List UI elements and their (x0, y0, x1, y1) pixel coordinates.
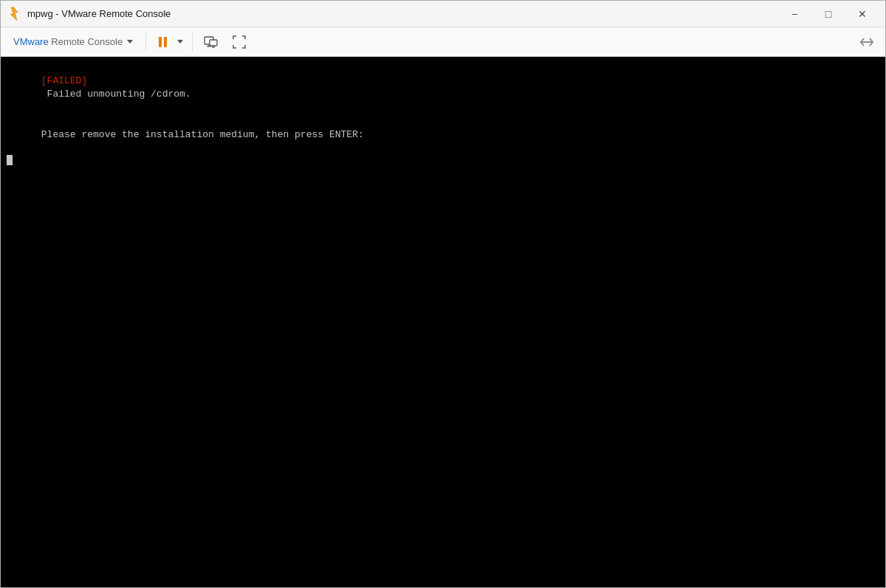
fullscreen-button[interactable] (227, 32, 252, 52)
pause-dropdown-button[interactable] (173, 32, 186, 52)
send-cad-icon (204, 35, 219, 49)
window-controls: − □ ✕ (777, 3, 879, 25)
title-bar: mpwg - VMware Remote Console − □ ✕ (1, 1, 885, 27)
failed-message: Failed unmounting /cdrom. (41, 89, 191, 100)
pause-group (152, 32, 186, 52)
fullscreen-icon (233, 35, 246, 49)
vmware-label-part2: Remote Console (51, 36, 123, 47)
toolbar-right (854, 32, 879, 52)
maximize-button[interactable]: □ (811, 3, 845, 25)
send-cad-button[interactable] (199, 32, 224, 52)
terminal-line-2: Please remove the installation medium, t… (7, 115, 879, 156)
pause-dropdown-arrow-icon (177, 40, 183, 44)
vmware-menu-label: VMware Remote Console (13, 36, 123, 47)
window-title: mpwg - VMware Remote Console (27, 8, 171, 19)
svg-rect-4 (210, 40, 217, 46)
vmware-remote-console-window: mpwg - VMware Remote Console − □ ✕ VMwar… (0, 0, 886, 588)
close-button[interactable]: ✕ (845, 3, 879, 25)
pause-bar-left (159, 37, 162, 47)
toolbar: VMware Remote Console (1, 27, 885, 57)
pause-bar-right (164, 37, 167, 47)
vmware-app-icon (7, 7, 21, 21)
failed-badge: [FAILED] (41, 75, 87, 86)
terminal-cursor (7, 155, 13, 165)
title-bar-left: mpwg - VMware Remote Console (7, 7, 171, 21)
toolbar-separator-1 (145, 33, 146, 51)
pause-icon (159, 37, 167, 47)
menu-dropdown-arrow-icon (127, 40, 133, 44)
svg-marker-0 (10, 7, 18, 21)
toolbar-left: VMware Remote Console (7, 32, 252, 52)
terminal-screen[interactable]: [FAILED] Failed unmounting /cdrom. Pleas… (1, 57, 885, 587)
minimize-button[interactable]: − (777, 3, 811, 25)
arrows-icon (859, 35, 874, 49)
terminal-cursor-line (7, 155, 879, 165)
vmware-label-part1: VMware (13, 36, 49, 47)
terminal-line-1: [FAILED] Failed unmounting /cdrom. (7, 61, 879, 115)
remove-medium-message: Please remove the installation medium, t… (41, 129, 364, 140)
arrows-button[interactable] (854, 32, 879, 52)
toolbar-separator-2 (192, 33, 193, 51)
pause-button[interactable] (152, 32, 173, 52)
vmware-menu-button[interactable]: VMware Remote Console (7, 32, 140, 51)
